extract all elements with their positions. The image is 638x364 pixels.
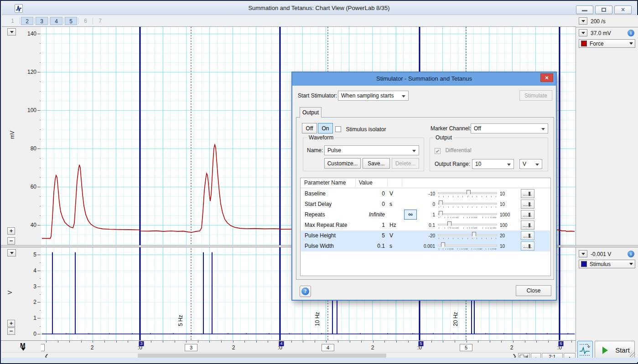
parameter-slider[interactable]	[438, 221, 497, 229]
output-range-select[interactable]: 10	[472, 159, 514, 169]
parameter-table: Parameter Name Value Baseline0V-1010Star…	[300, 178, 551, 276]
block-number-badge[interactable]: 6	[559, 341, 564, 346]
slider-stepper-button[interactable]	[521, 200, 534, 209]
slider-stepper-button[interactable]	[521, 241, 534, 251]
block-tab-7[interactable]: 7	[94, 17, 106, 25]
tick	[486, 217, 486, 218]
maximize-button[interactable]	[595, 5, 612, 14]
force-info-icon[interactable]: i	[628, 30, 634, 36]
slider-stepper-button[interactable]	[521, 231, 534, 240]
block-number-badge[interactable]: 3	[139, 341, 144, 346]
axis-tick	[37, 72, 40, 72]
tick	[490, 248, 491, 250]
start-stimulator-select[interactable]: When sampling starts	[338, 91, 409, 101]
dialog-title: Stimulator - Summation and Tetanus	[292, 75, 556, 82]
output-on-button[interactable]: On	[318, 123, 333, 133]
stimulus-isolator-checkbox[interactable]: Stimulus isolator	[335, 125, 386, 133]
dialog-close-action-button[interactable]: Close	[516, 285, 551, 296]
stimulus-info-icon[interactable]: i	[628, 251, 634, 257]
delete-button[interactable]: Delete...	[392, 158, 419, 169]
block-tab-4[interactable]: 4	[50, 17, 62, 25]
tab-output[interactable]: Output	[300, 107, 322, 118]
output-off-button[interactable]: Off	[302, 123, 317, 133]
comment-number-box-partial[interactable]: 2	[41, 344, 45, 351]
parameter-slider[interactable]	[438, 231, 497, 240]
rate-menu-button[interactable]	[579, 17, 587, 25]
waveform-name-select[interactable]: Pulse	[324, 145, 419, 155]
tick	[439, 248, 439, 250]
slider-stepper-button[interactable]	[521, 189, 534, 198]
slider-thumb[interactable]	[472, 232, 476, 238]
scroll-mode-button[interactable]	[577, 341, 593, 359]
block-tab-5[interactable]: 5	[65, 17, 77, 25]
marker-m-icon[interactable]: M	[20, 342, 26, 349]
differential-checkbox[interactable]: ✔ Differential	[435, 146, 472, 154]
chevron-down-icon	[535, 164, 539, 168]
minimize-button[interactable]	[576, 5, 593, 14]
chevron-down-icon	[581, 32, 585, 36]
output-unit-value: V	[523, 161, 526, 167]
customize-button[interactable]: Customize...	[324, 158, 361, 169]
tick	[486, 248, 486, 250]
stepper-icon-thumb	[529, 192, 530, 196]
block-tab-2[interactable]: 2	[21, 17, 33, 25]
minimize-icon	[582, 10, 587, 11]
stimulus-zoom-out-button[interactable]: −	[7, 328, 15, 335]
tick	[462, 206, 463, 208]
stimulus-zoom-in-button[interactable]: +	[7, 320, 15, 327]
block-tab-6[interactable]: 6	[79, 17, 92, 25]
block-number-badge[interactable]: 4	[279, 341, 284, 346]
marker-channel-select[interactable]: Off	[471, 123, 548, 133]
dialog-close-button[interactable]: ×	[540, 73, 553, 82]
slider-thumb[interactable]	[447, 221, 451, 228]
resize-grip[interactable]	[630, 352, 635, 358]
tick	[496, 248, 496, 250]
slider-thumb[interactable]	[441, 242, 445, 249]
comment-number-box[interactable]: 5	[460, 344, 472, 351]
block-tab-strip: 1234567	[2, 15, 575, 26]
tick	[478, 248, 479, 250]
slider-track	[438, 224, 497, 226]
comment-number-box[interactable]: 3	[185, 344, 197, 351]
stepper-icon-thumb	[529, 202, 530, 206]
force-range-menu-button[interactable]	[579, 29, 587, 36]
output-group: Output ✔ Differential Output Range: 10 V	[430, 138, 548, 171]
stimulate-button[interactable]: Stimulate	[519, 90, 552, 101]
output-unit-select[interactable]: V	[519, 159, 542, 169]
save-button[interactable]: Save...	[363, 158, 390, 169]
block-tab-3[interactable]: 3	[36, 17, 48, 25]
stimulus-axis-menu-button[interactable]	[7, 249, 16, 256]
start-stimulator-label: Start Stimulator:	[298, 92, 337, 99]
help-icon: ?	[301, 287, 309, 295]
close-button[interactable]: ×	[614, 5, 632, 14]
stimulus-range-menu-button[interactable]	[579, 250, 587, 257]
force-amplitude-axis: mV + − 140120100806040	[6, 27, 41, 245]
parameter-slider[interactable]	[438, 210, 497, 219]
axis-tick-label: 140	[27, 31, 36, 37]
force-zoom-in-button[interactable]: +	[7, 227, 15, 235]
force-zoom-out-button[interactable]: −	[7, 237, 15, 245]
slider-thumb[interactable]	[467, 190, 471, 196]
tick	[467, 238, 468, 239]
parameter-value: 0.1	[356, 243, 385, 249]
dialog-title-bar[interactable]: Stimulator - Summation and Tetanus ×	[292, 72, 556, 86]
slider-stepper-button[interactable]	[521, 210, 534, 219]
slider-thumb[interactable]	[439, 211, 443, 217]
slider-stepper-button[interactable]	[521, 220, 534, 230]
marker-channel-label: Marker Channel:	[431, 125, 471, 132]
tick	[486, 238, 487, 239]
stimulus-channel-selector[interactable]: Stimulus	[579, 260, 635, 268]
help-button[interactable]: ?	[300, 286, 311, 297]
force-channel-selector[interactable]: Force	[579, 39, 635, 48]
slider-thumb[interactable]	[439, 200, 443, 207]
output-range-label: Output Range:	[435, 161, 470, 167]
start-button[interactable]: Start	[595, 341, 635, 359]
stimulator-dialog: Stimulator - Summation and Tetanus × Sta…	[291, 72, 557, 301]
block-number-badge[interactable]: 5	[419, 341, 424, 346]
force-axis-menu-button[interactable]	[7, 28, 16, 36]
parameter-slider[interactable]	[438, 200, 497, 208]
comment-number-box[interactable]: 4	[322, 344, 334, 351]
parameter-slider[interactable]	[438, 190, 497, 198]
parameter-slider[interactable]	[438, 242, 497, 250]
block-tab-1[interactable]: 1	[6, 17, 19, 25]
